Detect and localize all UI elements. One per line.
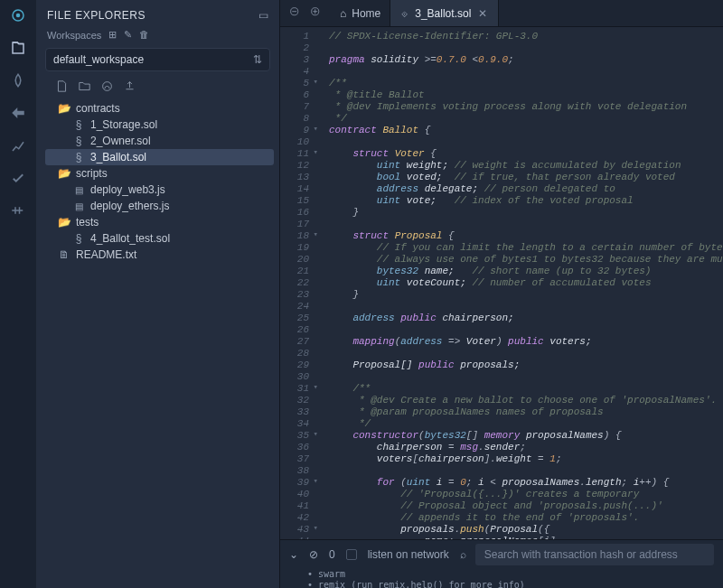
active-file-tab-label: 3_Ballot.sol: [415, 7, 471, 20]
terminal-line: • remix (run remix.help() for more info): [307, 580, 723, 588]
compiler-tab-icon[interactable]: [10, 72, 26, 89]
file-row[interactable]: §1_Storage.sol: [45, 117, 274, 133]
file-row[interactable]: §3_Ballot.sol: [45, 149, 274, 165]
tree-item-label: deploy_ethers.js: [90, 200, 169, 212]
sol-icon: §: [72, 118, 85, 131]
line-gutter: 1234567891011121314151617181920212223242…: [280, 27, 315, 539]
zoom-out-icon[interactable]: [289, 6, 301, 21]
terminal-output: • swarm• remix (run remix.help() for mor…: [280, 569, 723, 588]
github-icon[interactable]: [101, 80, 113, 95]
active-file-tab[interactable]: ⟐ 3_Ballot.sol ✕: [390, 0, 499, 26]
analytics-tab-icon[interactable]: [10, 137, 26, 154]
chevron-updown-icon: ⇅: [253, 53, 262, 66]
workspace-delete-icon[interactable]: 🗑: [139, 29, 149, 41]
pending-tx-count: 0: [329, 548, 335, 561]
tree-item-label: 2_Owner.sol: [90, 135, 151, 147]
zoom-in-icon[interactable]: [310, 6, 322, 21]
file-row[interactable]: §4_Ballot_test.sol: [45, 230, 274, 247]
tab-bar: ⌂ Home ⟐ 3_Ballot.sol ✕: [280, 0, 723, 27]
sol-icon: §: [72, 151, 85, 163]
js-icon: ▤: [72, 201, 85, 211]
js-icon: ▤: [72, 185, 85, 195]
search-icon[interactable]: ⌕: [460, 548, 466, 561]
code-editor[interactable]: 1234567891011121314151617181920212223242…: [280, 27, 723, 539]
folder-icon: 📂: [58, 216, 70, 229]
tree-item-label: contracts: [76, 102, 120, 115]
tx-search-input[interactable]: [475, 544, 714, 565]
solidity-file-icon: ⟐: [401, 7, 408, 20]
tree-item-label: tests: [76, 216, 99, 229]
file-row[interactable]: ▤deploy_ethers.js: [45, 198, 274, 214]
listen-network-label: listen on network: [368, 548, 449, 561]
home-icon: ⌂: [340, 7, 346, 20]
file-explorer-tab-icon[interactable]: [10, 40, 26, 56]
remix-logo-icon: [10, 7, 26, 23]
svg-point-1: [16, 14, 21, 18]
tree-item-label: 3_Ballot.sol: [90, 151, 146, 163]
activity-bar: [0, 0, 36, 588]
tree-item-label: 4_Ballot_test.sol: [90, 232, 170, 245]
folder-icon: 📂: [58, 167, 70, 180]
tree-item-label: scripts: [76, 167, 108, 180]
collapse-terminal-icon[interactable]: ⌄: [289, 548, 298, 561]
file-tree: 📂contracts§1_Storage.sol§2_Owner.sol§3_B…: [36, 100, 279, 263]
folder-row[interactable]: 📂scripts: [45, 165, 274, 182]
folder-row[interactable]: 📂contracts: [45, 100, 274, 117]
workspace-select[interactable]: default_workspace ⇅: [45, 48, 270, 71]
debug-tab-icon[interactable]: [10, 170, 26, 186]
terminal-panel: ⌄ ⊘ 0 listen on network ⌕ • swarm• remix…: [280, 539, 723, 588]
file-explorer-panel: FILE EXPLORERS ▭ Workspaces ⊞ ✎ 🗑 defaul…: [36, 0, 280, 588]
close-tab-icon[interactable]: ✕: [478, 7, 487, 20]
file-row[interactable]: §2_Owner.sol: [45, 133, 274, 149]
code-content[interactable]: // SPDX-License-Identifier: GPL-3.0pragm…: [315, 27, 723, 539]
terminal-line: • swarm: [307, 569, 723, 580]
file-icon: 🗎: [58, 248, 70, 261]
new-folder-icon[interactable]: [79, 80, 90, 95]
home-tab[interactable]: ⌂ Home: [331, 0, 390, 26]
file-row[interactable]: ▤deploy_web3.js: [45, 182, 274, 198]
deploy-tab-icon[interactable]: [10, 105, 26, 121]
workspace-add-icon[interactable]: ⊞: [108, 29, 117, 41]
sol-icon: §: [72, 135, 85, 147]
sol-icon: §: [72, 232, 85, 245]
clear-terminal-icon[interactable]: ⊘: [309, 548, 318, 561]
listen-network-checkbox[interactable]: [346, 549, 357, 560]
panel-menu-icon[interactable]: ▭: [258, 9, 269, 22]
file-row[interactable]: 🗎README.txt: [45, 247, 274, 263]
tree-item-label: README.txt: [76, 248, 136, 261]
editor-area: ⌂ Home ⟐ 3_Ballot.sol ✕ 1234567891011121…: [280, 0, 723, 588]
file-toolbar: [36, 79, 279, 100]
folder-row[interactable]: 📂tests: [45, 214, 274, 230]
plugin-tab-icon[interactable]: [10, 202, 26, 219]
workspace-selected-value: default_workspace: [53, 53, 144, 66]
tree-item-label: deploy_web3.js: [90, 183, 165, 196]
workspaces-label: Workspaces: [47, 30, 101, 41]
panel-title: FILE EXPLORERS: [47, 9, 146, 22]
upload-icon[interactable]: [124, 80, 136, 95]
folder-icon: 📂: [58, 102, 70, 115]
home-tab-label: Home: [352, 7, 380, 20]
tree-item-label: 1_Storage.sol: [90, 118, 157, 131]
new-file-icon[interactable]: [56, 80, 68, 95]
workspace-edit-icon[interactable]: ✎: [124, 29, 132, 41]
